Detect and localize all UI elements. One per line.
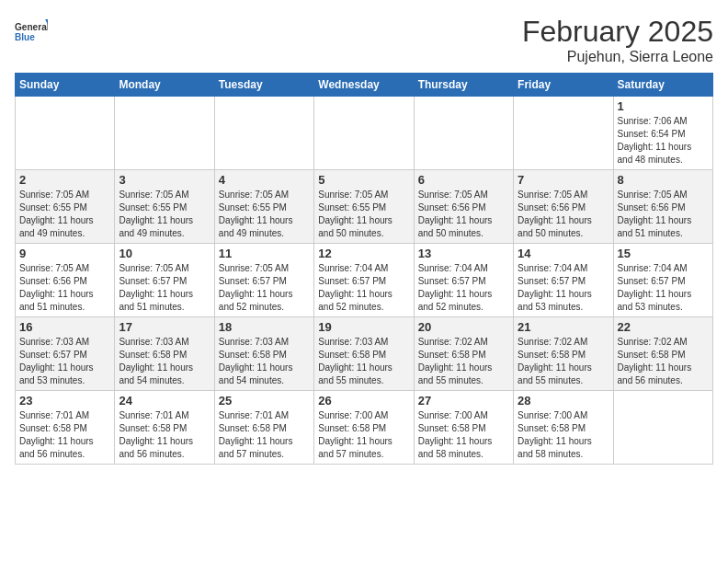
svg-text:General: General xyxy=(15,22,48,32)
weekday-tuesday: Tuesday xyxy=(214,74,313,97)
day-number: 10 xyxy=(119,247,210,260)
day-number: 25 xyxy=(219,394,310,408)
day-number: 8 xyxy=(618,173,709,187)
day-info: Sunrise: 7:05 AM Sunset: 6:56 PM Dayligh… xyxy=(19,262,110,314)
weekday-thursday: Thursday xyxy=(414,74,513,97)
day-number: 13 xyxy=(418,247,509,260)
day-cell: 11Sunrise: 7:05 AM Sunset: 6:57 PM Dayli… xyxy=(214,244,313,317)
logo: General Blue xyxy=(15,15,48,48)
day-cell: 6Sunrise: 7:05 AM Sunset: 6:56 PM Daylig… xyxy=(414,170,513,244)
day-number: 17 xyxy=(119,320,210,334)
day-cell: 8Sunrise: 7:05 AM Sunset: 6:56 PM Daylig… xyxy=(613,170,712,244)
day-cell xyxy=(613,391,712,465)
day-cell: 7Sunrise: 7:05 AM Sunset: 6:56 PM Daylig… xyxy=(514,170,613,244)
logo-svg: General Blue xyxy=(15,15,48,48)
day-number: 20 xyxy=(418,320,509,334)
day-number: 12 xyxy=(318,247,409,260)
day-number: 11 xyxy=(219,247,310,260)
day-cell: 1Sunrise: 7:06 AM Sunset: 6:54 PM Daylig… xyxy=(613,97,712,170)
day-info: Sunrise: 7:00 AM Sunset: 6:58 PM Dayligh… xyxy=(418,409,509,461)
day-info: Sunrise: 7:05 AM Sunset: 6:56 PM Dayligh… xyxy=(618,189,709,240)
day-number: 9 xyxy=(19,247,110,260)
day-number: 4 xyxy=(219,173,310,187)
day-info: Sunrise: 7:06 AM Sunset: 6:54 PM Dayligh… xyxy=(618,115,709,167)
day-cell xyxy=(214,97,313,170)
day-cell: 14Sunrise: 7:04 AM Sunset: 6:57 PM Dayli… xyxy=(514,244,613,317)
weekday-wednesday: Wednesday xyxy=(314,74,414,97)
day-number: 19 xyxy=(318,320,409,334)
day-number: 28 xyxy=(518,394,609,408)
day-cell: 20Sunrise: 7:02 AM Sunset: 6:58 PM Dayli… xyxy=(414,317,513,391)
day-info: Sunrise: 7:03 AM Sunset: 6:58 PM Dayligh… xyxy=(318,336,409,387)
day-cell: 21Sunrise: 7:02 AM Sunset: 6:58 PM Dayli… xyxy=(514,317,613,391)
day-cell: 25Sunrise: 7:01 AM Sunset: 6:58 PM Dayli… xyxy=(214,391,313,465)
day-number: 14 xyxy=(518,247,609,260)
day-cell xyxy=(414,97,513,170)
day-number: 1 xyxy=(618,99,709,113)
weekday-saturday: Saturday xyxy=(613,74,712,97)
day-info: Sunrise: 7:04 AM Sunset: 6:57 PM Dayligh… xyxy=(418,262,509,314)
day-cell: 4Sunrise: 7:05 AM Sunset: 6:55 PM Daylig… xyxy=(214,170,313,244)
week-row-5: 23Sunrise: 7:01 AM Sunset: 6:58 PM Dayli… xyxy=(16,391,713,465)
day-number: 26 xyxy=(318,394,409,408)
day-cell: 17Sunrise: 7:03 AM Sunset: 6:58 PM Dayli… xyxy=(115,317,214,391)
week-row-1: 1Sunrise: 7:06 AM Sunset: 6:54 PM Daylig… xyxy=(16,97,713,170)
day-info: Sunrise: 7:05 AM Sunset: 6:56 PM Dayligh… xyxy=(518,189,609,240)
day-info: Sunrise: 7:05 AM Sunset: 6:55 PM Dayligh… xyxy=(219,189,310,240)
weekday-friday: Friday xyxy=(514,74,613,97)
day-cell: 26Sunrise: 7:00 AM Sunset: 6:58 PM Dayli… xyxy=(314,391,414,465)
day-info: Sunrise: 7:05 AM Sunset: 6:55 PM Dayligh… xyxy=(318,189,409,240)
month-title: February 2025 xyxy=(522,15,713,49)
day-info: Sunrise: 7:02 AM Sunset: 6:58 PM Dayligh… xyxy=(618,336,709,387)
day-cell xyxy=(514,97,613,170)
day-cell: 2Sunrise: 7:05 AM Sunset: 6:55 PM Daylig… xyxy=(16,170,115,244)
day-cell: 23Sunrise: 7:01 AM Sunset: 6:58 PM Dayli… xyxy=(16,391,115,465)
day-info: Sunrise: 7:02 AM Sunset: 6:58 PM Dayligh… xyxy=(418,336,509,387)
day-info: Sunrise: 7:03 AM Sunset: 6:58 PM Dayligh… xyxy=(219,336,310,387)
title-block: February 2025 Pujehun, Sierra Leone xyxy=(522,15,713,65)
weekday-header-row: SundayMondayTuesdayWednesdayThursdayFrid… xyxy=(16,74,713,97)
day-info: Sunrise: 7:01 AM Sunset: 6:58 PM Dayligh… xyxy=(119,409,210,461)
day-cell: 9Sunrise: 7:05 AM Sunset: 6:56 PM Daylig… xyxy=(16,244,115,317)
day-cell: 18Sunrise: 7:03 AM Sunset: 6:58 PM Dayli… xyxy=(214,317,313,391)
calendar-table: SundayMondayTuesdayWednesdayThursdayFrid… xyxy=(15,73,713,465)
weekday-sunday: Sunday xyxy=(16,74,115,97)
day-number: 22 xyxy=(618,320,709,334)
day-info: Sunrise: 7:04 AM Sunset: 6:57 PM Dayligh… xyxy=(618,262,709,314)
day-number: 16 xyxy=(19,320,110,334)
day-cell: 3Sunrise: 7:05 AM Sunset: 6:55 PM Daylig… xyxy=(115,170,214,244)
day-info: Sunrise: 7:05 AM Sunset: 6:57 PM Dayligh… xyxy=(119,262,210,314)
day-cell: 22Sunrise: 7:02 AM Sunset: 6:58 PM Dayli… xyxy=(613,317,712,391)
day-number: 27 xyxy=(418,394,509,408)
day-info: Sunrise: 7:03 AM Sunset: 6:57 PM Dayligh… xyxy=(19,336,110,387)
day-cell: 27Sunrise: 7:00 AM Sunset: 6:58 PM Dayli… xyxy=(414,391,513,465)
day-number: 21 xyxy=(518,320,609,334)
day-number: 18 xyxy=(219,320,310,334)
day-info: Sunrise: 7:04 AM Sunset: 6:57 PM Dayligh… xyxy=(318,262,409,314)
day-cell: 10Sunrise: 7:05 AM Sunset: 6:57 PM Dayli… xyxy=(115,244,214,317)
day-info: Sunrise: 7:01 AM Sunset: 6:58 PM Dayligh… xyxy=(219,409,310,461)
day-cell: 15Sunrise: 7:04 AM Sunset: 6:57 PM Dayli… xyxy=(613,244,712,317)
day-cell: 19Sunrise: 7:03 AM Sunset: 6:58 PM Dayli… xyxy=(314,317,414,391)
day-info: Sunrise: 7:00 AM Sunset: 6:58 PM Dayligh… xyxy=(318,409,409,461)
day-number: 23 xyxy=(19,394,110,408)
day-info: Sunrise: 7:05 AM Sunset: 6:55 PM Dayligh… xyxy=(119,189,210,240)
day-info: Sunrise: 7:05 AM Sunset: 6:57 PM Dayligh… xyxy=(219,262,310,314)
day-number: 15 xyxy=(618,247,709,260)
day-cell xyxy=(314,97,414,170)
day-cell: 24Sunrise: 7:01 AM Sunset: 6:58 PM Dayli… xyxy=(115,391,214,465)
day-cell: 12Sunrise: 7:04 AM Sunset: 6:57 PM Dayli… xyxy=(314,244,414,317)
day-info: Sunrise: 7:05 AM Sunset: 6:56 PM Dayligh… xyxy=(418,189,509,240)
day-cell xyxy=(16,97,115,170)
week-row-4: 16Sunrise: 7:03 AM Sunset: 6:57 PM Dayli… xyxy=(16,317,713,391)
day-cell: 28Sunrise: 7:00 AM Sunset: 6:58 PM Dayli… xyxy=(514,391,613,465)
week-row-3: 9Sunrise: 7:05 AM Sunset: 6:56 PM Daylig… xyxy=(16,244,713,317)
day-number: 6 xyxy=(418,173,509,187)
day-info: Sunrise: 7:02 AM Sunset: 6:58 PM Dayligh… xyxy=(518,336,609,387)
week-row-2: 2Sunrise: 7:05 AM Sunset: 6:55 PM Daylig… xyxy=(16,170,713,244)
svg-text:Blue: Blue xyxy=(15,32,35,42)
day-cell: 13Sunrise: 7:04 AM Sunset: 6:57 PM Dayli… xyxy=(414,244,513,317)
day-number: 24 xyxy=(119,394,210,408)
day-cell xyxy=(115,97,214,170)
weekday-monday: Monday xyxy=(115,74,214,97)
